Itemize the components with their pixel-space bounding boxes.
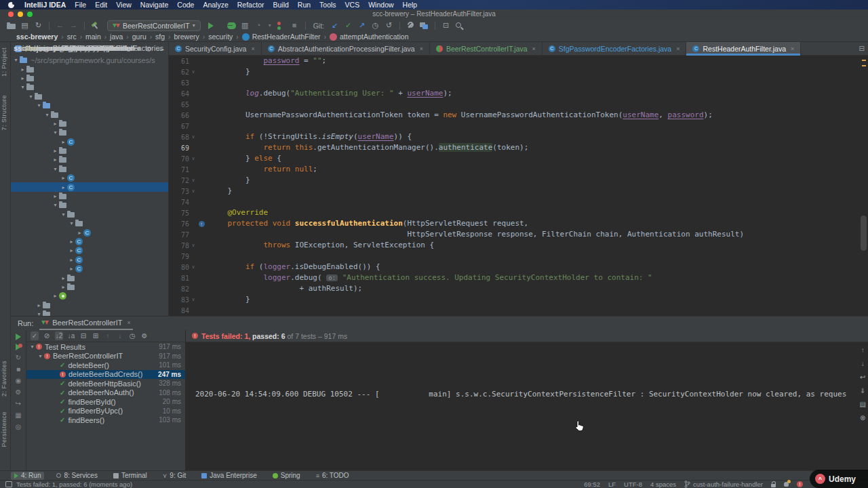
editor-tab[interactable]: SfgPasswordEncoderFactories.java× <box>542 42 687 55</box>
menu-item[interactable]: Code <box>177 1 194 9</box>
tree-arrow-icon[interactable]: ▸ <box>52 148 59 154</box>
lock-icon[interactable] <box>771 484 776 487</box>
stop-icon[interactable]: ■ <box>290 21 299 30</box>
fold-icon[interactable]: ∨ <box>189 297 197 302</box>
show-passed-icon[interactable]: ✓ <box>31 331 39 340</box>
clear-all-icon[interactable]: ⊗ <box>860 414 866 422</box>
profiler-caret-icon[interactable]: ▾ <box>268 21 272 30</box>
breadcrumb-item[interactable]: RestHeaderAuthFilter <box>252 33 321 41</box>
tool-window-button[interactable]: 9: Git <box>159 472 190 480</box>
restore-layout-icon[interactable]: ▦ <box>15 411 21 420</box>
breadcrumb-item[interactable]: guru <box>132 33 146 41</box>
tree-item[interactable]: ▸ domain <box>11 146 168 155</box>
soft-wrap-icon[interactable]: ↩ <box>860 373 866 381</box>
close-tab-icon[interactable]: × <box>251 45 254 52</box>
open-project-icon[interactable] <box>7 24 16 29</box>
git-update-icon[interactable]: ↙ <box>330 21 339 30</box>
tree-item[interactable]: ▾ config <box>11 128 168 137</box>
tree-item[interactable]: ▸ SecurityConfig <box>11 138 168 146</box>
thread-dump-icon[interactable]: ◉ <box>16 377 22 385</box>
tool-window-stripe-label[interactable]: 2: Favorites <box>1 361 7 396</box>
menu-item[interactable]: VCS <box>345 1 360 9</box>
tree-arrow-icon[interactable]: ▾ <box>28 344 36 350</box>
tree-arrow-icon[interactable]: ▸ <box>52 193 59 199</box>
tree-arrow-icon[interactable]: ▾ <box>37 353 44 359</box>
test-tree-row[interactable]: ▾ Test Results 917 ms <box>26 342 185 352</box>
tree-arrow-icon[interactable]: ▸ <box>35 302 43 308</box>
tool-window-button[interactable]: 4: Run <box>11 472 44 480</box>
show-ignored-icon[interactable]: ⊘ <box>43 331 51 340</box>
expand-all-icon[interactable]: ⊞ <box>92 331 100 340</box>
tree-item[interactable]: ▸ BreweryController <box>11 246 168 255</box>
close-icon[interactable]: × <box>127 319 131 326</box>
tree-item[interactable]: ▸ model <box>11 283 168 291</box>
tree-arrow-icon[interactable]: ▸ <box>68 247 75 253</box>
error-indicator-icon[interactable] <box>797 481 803 487</box>
tree-arrow-icon[interactable]: ▸ <box>68 257 75 263</box>
toolbar-separator[interactable] <box>49 22 50 30</box>
history-icon[interactable]: ◷ <box>371 21 380 30</box>
tree-arrow-icon[interactable]: ▸ <box>60 275 67 281</box>
hide-tabs-icon[interactable]: ⊟ <box>859 45 865 52</box>
tree-arrow-icon[interactable]: ▸ <box>68 266 75 272</box>
tree-item[interactable]: ▾ main <box>11 92 168 101</box>
tool-window-button[interactable]: 6: TODO <box>313 472 353 480</box>
tree-arrow-icon[interactable]: ▾ <box>43 112 51 118</box>
menu-item[interactable]: File <box>75 1 86 9</box>
tool-window-stripe-label[interactable]: 7: Structure <box>1 95 7 131</box>
next-occurrence-icon[interactable]: ↓ <box>116 331 124 340</box>
tree-item[interactable]: ▸ RestHeaderAuthFilter <box>11 174 168 182</box>
breadcrumb-item[interactable]: src <box>67 33 77 41</box>
test-tree-row[interactable]: deleteBeerBadCreds() 247 ms <box>26 370 185 380</box>
tree-item[interactable]: ▸ SfgBreweryUiApplication <box>11 291 168 300</box>
preview-window-icon[interactable]: ⊡ <box>441 21 450 30</box>
tree-arrow-icon[interactable]: ▸ <box>60 139 67 145</box>
tree-arrow-icon[interactable]: ▾ <box>60 211 67 218</box>
tree-item[interactable]: ▾ resources <box>11 310 168 316</box>
previous-occurrence-icon[interactable]: ↑ <box>104 331 112 340</box>
settings-icon[interactable]: ⚙ <box>16 388 22 396</box>
tool-window-button[interactable]: Java Enterprise <box>198 472 260 480</box>
fold-icon[interactable]: ∨ <box>189 134 197 140</box>
menu-item[interactable]: IntelliJ IDEA <box>24 1 66 9</box>
menu-item[interactable]: Refactor <box>237 1 264 9</box>
tree-item[interactable]: ▸ services <box>11 192 168 201</box>
tree-arrow-icon[interactable]: ▸ <box>60 184 67 190</box>
editor-tab[interactable]: AbstractAuthenticationProcessingFilter.j… <box>262 42 430 55</box>
tree-item[interactable]: ▾ ssc-brewery ~/src/springframework.guru… <box>11 56 168 64</box>
settings-gear-icon[interactable]: ⚙ <box>140 331 149 340</box>
fold-icon[interactable]: ∨ <box>189 264 197 270</box>
scroll-down-icon[interactable]: ↓ <box>860 360 866 367</box>
scrollbar-thumb[interactable] <box>861 216 867 251</box>
tree-item[interactable]: ▾ java <box>11 101 168 110</box>
toolbar-separator[interactable] <box>435 22 435 30</box>
status-widget[interactable]: 69:52 <box>584 481 600 488</box>
tree-arrow-icon[interactable]: ▸ <box>52 157 59 163</box>
tree-item[interactable]: ▾ controllers <box>11 210 168 219</box>
editor-tab[interactable]: BeerRestControllerIT.java× <box>430 42 542 55</box>
tree-item[interactable]: ▸ repositories <box>11 155 168 164</box>
tree-arrow-icon[interactable]: ▸ <box>60 175 67 181</box>
tree-arrow-icon[interactable]: ▸ <box>52 121 59 127</box>
sync-icon[interactable]: ↻ <box>34 21 43 30</box>
code-editor[interactable]: 61 password = ""; 62 ∨ } 63 <box>169 56 868 316</box>
git-branch-widget[interactable]: cust-auth-failure-handler <box>684 481 763 488</box>
tree-arrow-icon[interactable]: ▾ <box>68 220 75 226</box>
git-commit-icon[interactable]: ✓ <box>344 21 353 30</box>
breadcrumb-item[interactable]: ssc-brewery <box>16 33 58 41</box>
tree-arrow-icon[interactable]: ▸ <box>52 293 59 299</box>
scroll-up-icon[interactable]: ↑ <box>860 346 866 354</box>
test-history-icon[interactable]: ◷ <box>128 331 136 340</box>
rerun-failed-icon[interactable] <box>16 344 21 350</box>
editor-tab[interactable]: RestHeaderAuthFilter.java× <box>686 42 801 55</box>
console-output[interactable]: 2020-06-20 14:54:09.600 DEBUG 10502 --- … <box>186 342 868 470</box>
tree-item[interactable]: ▸ CustomerController <box>11 256 168 264</box>
menu-item[interactable]: Analyze <box>203 1 228 9</box>
sort-by-duration-icon[interactable]: ↓2 <box>55 331 63 340</box>
tree-arrow-icon[interactable]: ▾ <box>35 102 43 108</box>
tree-item[interactable]: ▸ BeerRestController <box>11 228 168 237</box>
tree-arrow-icon[interactable]: ▾ <box>27 94 35 100</box>
menu-item[interactable]: Navigate <box>140 1 168 9</box>
tree-arrow-icon[interactable]: ▾ <box>12 57 20 63</box>
breadcrumb-item[interactable]: attemptAuthentication <box>340 33 409 41</box>
